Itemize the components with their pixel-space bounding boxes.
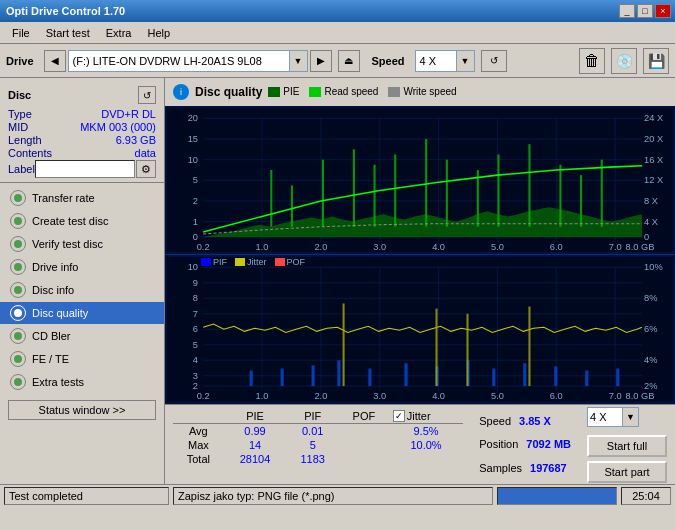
disc-refresh-button[interactable]: ↺ — [138, 86, 156, 104]
sidebar-item-fe-te[interactable]: FE / TE — [0, 348, 164, 370]
start-full-button[interactable]: Start full — [587, 435, 667, 457]
drive-next-button[interactable]: ▶ — [310, 50, 332, 72]
svg-text:2.0: 2.0 — [314, 392, 327, 402]
svg-rect-29 — [601, 160, 603, 227]
drive-prev-button[interactable]: ◀ — [44, 50, 66, 72]
bottom-chart: PIF Jitter POF — [165, 255, 675, 404]
speed-select-arrow: ▼ — [456, 51, 474, 71]
col-header-pif: PIF — [286, 409, 339, 424]
menu-bar: File Start test Extra Help — [0, 22, 675, 44]
svg-text:4.0: 4.0 — [432, 392, 445, 402]
svg-rect-79 — [523, 364, 526, 387]
menu-file[interactable]: File — [4, 25, 38, 41]
sidebar-item-icon-extra-tests — [10, 374, 26, 390]
stats-row-max: Max 14 5 10.0% — [173, 438, 463, 452]
svg-text:2%: 2% — [644, 382, 657, 392]
col-header-pof: POF — [339, 409, 389, 424]
disc-type-label: Type — [8, 108, 32, 120]
svg-text:4 X: 4 X — [644, 217, 658, 227]
svg-text:6.0: 6.0 — [550, 392, 563, 402]
disc-label-input[interactable] — [35, 160, 135, 178]
disc-quality-header: i Disc quality PIE Read speed Write spee… — [165, 78, 675, 106]
save-button[interactable]: 💾 — [643, 48, 669, 74]
svg-text:2: 2 — [193, 382, 198, 392]
sidebar-item-label-verify-test-disc: Verify test disc — [32, 238, 103, 250]
svg-text:4: 4 — [193, 356, 198, 366]
col-header-empty — [173, 409, 224, 424]
disc-length-value: 6.93 GB — [116, 134, 156, 146]
speed-row: Speed 3.85 X — [479, 415, 571, 427]
sidebar-item-disc-quality[interactable]: Disc quality — [0, 302, 164, 324]
minimize-button[interactable]: _ — [619, 4, 635, 18]
stats-row-avg: Avg 0.99 0.01 9.5% — [173, 424, 463, 439]
svg-text:10: 10 — [188, 155, 198, 165]
menu-start-test[interactable]: Start test — [38, 25, 98, 41]
sidebar-item-disc-info[interactable]: Disc info — [0, 279, 164, 301]
disc-section: Disc ↺ Type DVD+R DL MID MKM 003 (000) L… — [0, 82, 164, 183]
svg-text:8 X: 8 X — [644, 196, 658, 206]
speed-select[interactable]: 4 X ▼ — [415, 50, 475, 72]
disc-quality-icon: i — [173, 84, 189, 100]
sidebar-nav: Transfer rateCreate test discVerify test… — [0, 187, 164, 393]
svg-rect-17 — [291, 185, 293, 226]
sidebar-item-icon-verify-test-disc — [10, 236, 26, 252]
stats-table-container: PIE PIF POF ✓ Jitter — [165, 405, 471, 484]
svg-text:0: 0 — [193, 232, 198, 242]
svg-text:6.0: 6.0 — [550, 242, 563, 252]
erase-button[interactable]: 🗑 — [579, 48, 605, 74]
status-bar: Test completed Zapisz jako typ: PNG file… — [0, 484, 675, 506]
sidebar-item-extra-tests[interactable]: Extra tests — [0, 371, 164, 393]
sidebar-item-cd-bler[interactable]: CD Bler — [0, 325, 164, 347]
main-content: Disc ↺ Type DVD+R DL MID MKM 003 (000) L… — [0, 78, 675, 484]
svg-rect-23 — [446, 160, 448, 227]
maximize-button[interactable]: □ — [637, 4, 653, 18]
drive-select[interactable]: (F:) LITE-ON DVDRW LH-20A1S 9L08 ▼ — [68, 50, 308, 72]
progress-bar-container — [497, 487, 617, 505]
speed-apply-button[interactable]: ↺ — [481, 50, 507, 72]
sidebar-item-drive-info[interactable]: Drive info — [0, 256, 164, 278]
svg-text:5: 5 — [193, 175, 198, 185]
charts-area: 20 15 10 5 2 1 0 24 X 20 X 16 X 12 X — [165, 106, 675, 404]
sidebar-item-label-fe-te: FE / TE — [32, 353, 69, 365]
legend-jitter: Jitter — [235, 257, 267, 267]
svg-text:8.0 GB: 8.0 GB — [626, 392, 655, 402]
close-button[interactable]: × — [655, 4, 671, 18]
jitter-checkbox[interactable]: ✓ — [393, 410, 405, 422]
menu-help[interactable]: Help — [139, 25, 178, 41]
status-extra-text: Zapisz jako typ: PNG file (*.png) — [173, 487, 493, 505]
sidebar-item-icon-fe-te — [10, 351, 26, 367]
sidebar-item-verify-test-disc[interactable]: Verify test disc — [0, 233, 164, 255]
svg-rect-81 — [585, 371, 588, 386]
svg-rect-83 — [343, 304, 345, 387]
jitter-check: ✓ Jitter — [393, 410, 459, 422]
sidebar-item-create-test-disc[interactable]: Create test disc — [0, 210, 164, 232]
disc-title: Disc — [8, 89, 31, 101]
speed-combo-select[interactable]: 4 X ▼ — [587, 407, 639, 427]
svg-text:10%: 10% — [644, 263, 663, 273]
sidebar-item-transfer-rate[interactable]: Transfer rate — [0, 187, 164, 209]
top-chart: 20 15 10 5 2 1 0 24 X 20 X 16 X 12 X — [165, 106, 675, 256]
svg-text:8: 8 — [193, 294, 198, 304]
drive-button2[interactable]: 💿 — [611, 48, 637, 74]
sidebar-item-icon-drive-info — [10, 259, 26, 275]
disc-mid-row: MID MKM 003 (000) — [8, 121, 156, 133]
status-window-button[interactable]: Status window >> — [8, 400, 156, 420]
start-part-button[interactable]: Start part — [587, 461, 667, 483]
svg-rect-74 — [368, 369, 371, 387]
svg-text:5.0: 5.0 — [491, 242, 504, 252]
svg-rect-86 — [528, 307, 530, 387]
menu-extra[interactable]: Extra — [98, 25, 140, 41]
disc-length-label: Length — [8, 134, 42, 146]
disc-label-row: Label ⚙ — [8, 160, 156, 178]
disc-type-row: Type DVD+R DL — [8, 108, 156, 120]
legend-pif: PIF — [201, 257, 227, 267]
sidebar-item-label-transfer-rate: Transfer rate — [32, 192, 95, 204]
drive-eject-button[interactable]: ⏏ — [338, 50, 360, 72]
svg-text:3.0: 3.0 — [373, 242, 386, 252]
legend-write-speed: Write speed — [388, 86, 456, 97]
svg-text:0.2: 0.2 — [197, 392, 210, 402]
svg-rect-73 — [337, 361, 340, 387]
svg-rect-84 — [435, 309, 437, 386]
disc-label-gear-button[interactable]: ⚙ — [136, 160, 156, 178]
svg-rect-85 — [466, 314, 468, 386]
